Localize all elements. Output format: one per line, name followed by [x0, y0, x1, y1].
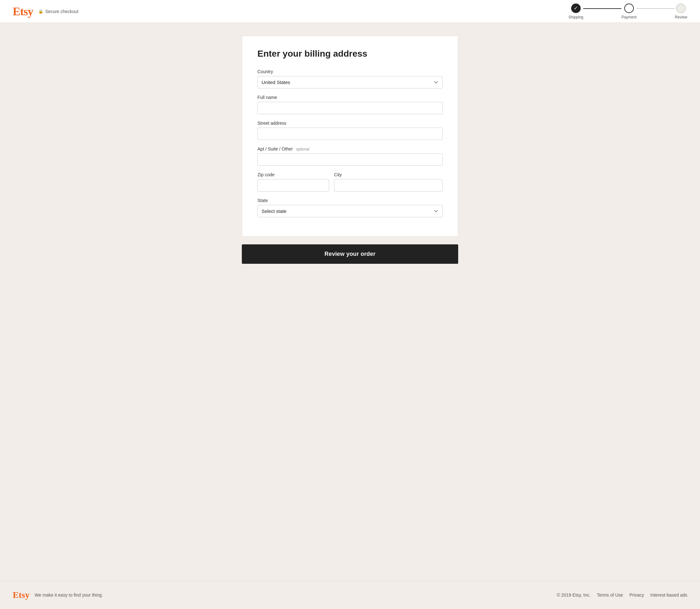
step-circle-payment	[624, 3, 634, 13]
footer-copyright: © 2019 Etsy, Inc.	[557, 592, 591, 597]
full-name-input[interactable]	[258, 102, 442, 114]
footer-tagline: We make it easy to find your thing.	[35, 592, 103, 597]
full-name-group: Full name	[258, 95, 442, 114]
state-label: State	[258, 198, 442, 203]
etsy-logo: Etsy	[13, 5, 33, 18]
checkmark-icon: ✓	[574, 5, 578, 11]
step-shipping: ✓ Shipping	[568, 3, 583, 19]
city-input[interactable]	[334, 179, 442, 192]
main-content: Enter your billing address Country Unite…	[0, 23, 700, 581]
step-connector-2	[637, 8, 675, 9]
step-circle-review	[676, 3, 686, 13]
country-label: Country	[258, 69, 442, 74]
street-address-label: Street address	[258, 121, 442, 126]
country-group: Country United States Canada United King…	[258, 69, 442, 88]
apt-group: Apt / Suite / Other optional	[258, 146, 442, 166]
footer-link-ads[interactable]: Interest-based ads	[650, 592, 687, 597]
step-circle-shipping: ✓	[571, 3, 581, 13]
secure-checkout-label: Secure checkout	[45, 9, 78, 14]
header-left: Etsy 🔒 Secure checkout	[13, 5, 78, 18]
country-select[interactable]: United States Canada United Kingdom Aust…	[258, 76, 442, 88]
city-group: City	[334, 172, 442, 192]
footer: Etsy We make it easy to find your thing.…	[0, 581, 700, 609]
city-label: City	[334, 172, 442, 177]
zip-city-row: Zip code City	[258, 172, 442, 198]
review-order-button[interactable]: Review your order	[242, 244, 458, 264]
step-label-review: Review	[675, 15, 687, 19]
footer-link-terms[interactable]: Terms of Use	[597, 592, 623, 597]
footer-etsy-logo: Etsy	[13, 590, 30, 600]
street-address-input[interactable]	[258, 127, 442, 140]
street-address-group: Street address	[258, 121, 442, 140]
step-label-payment: Payment	[622, 15, 636, 19]
footer-left: Etsy We make it easy to find your thing.	[13, 590, 103, 600]
progress-steps: ✓ Shipping Payment Review	[568, 3, 687, 19]
footer-right: © 2019 Etsy, Inc. Terms of Use Privacy I…	[557, 592, 687, 597]
step-review: Review	[675, 3, 687, 19]
apt-optional-label: optional	[296, 147, 309, 152]
step-label-shipping: Shipping	[568, 15, 583, 19]
zip-code-input[interactable]	[258, 179, 329, 192]
apt-label: Apt / Suite / Other optional	[258, 146, 442, 152]
lock-icon: 🔒	[38, 9, 43, 14]
secure-checkout: 🔒 Secure checkout	[38, 9, 78, 14]
footer-link-privacy[interactable]: Privacy	[629, 592, 644, 597]
step-connector-1	[583, 8, 622, 9]
form-card: Enter your billing address Country Unite…	[242, 36, 458, 237]
zip-code-label: Zip code	[258, 172, 329, 177]
state-group: State Select state Alabama Alaska Arizon…	[258, 198, 442, 217]
header: Etsy 🔒 Secure checkout ✓ Shipping Paymen…	[0, 0, 700, 23]
form-title: Enter your billing address	[258, 49, 442, 59]
apt-input[interactable]	[258, 153, 442, 166]
state-select[interactable]: Select state Alabama Alaska Arizona Cali…	[258, 205, 442, 217]
step-payment: Payment	[622, 3, 636, 19]
full-name-label: Full name	[258, 95, 442, 100]
zip-code-group: Zip code	[258, 172, 329, 192]
